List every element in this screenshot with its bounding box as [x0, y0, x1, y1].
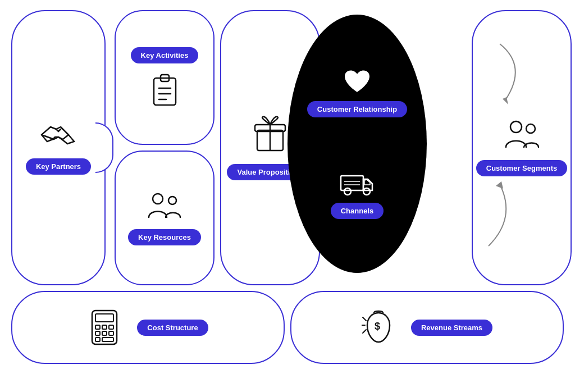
customers-icon: [504, 119, 540, 150]
cost-structure-block: Cost Structure: [11, 291, 285, 364]
svg-line-30: [363, 317, 366, 321]
svg-rect-23: [109, 325, 113, 329]
key-activities-block: Key Activities: [115, 10, 215, 145]
truck-icon: [339, 169, 375, 196]
customer-relationship-label: Customer Relationship: [307, 101, 407, 117]
customer-relationship-group: Customer Relationship: [307, 69, 407, 117]
revenue-streams-block: $ Revenue Streams: [290, 291, 564, 364]
circle-overlay: Customer Relationship: [288, 15, 427, 273]
top-row: Key Partners Key Activities: [11, 10, 564, 285]
revenue-streams-label: Revenue Streams: [411, 320, 492, 336]
svg-point-14: [363, 188, 370, 195]
customer-segments-label: Customer Segments: [476, 160, 567, 176]
customer-segments-block: Customer Segments: [472, 10, 572, 285]
key-act-res-group: Key Activities: [115, 10, 215, 285]
money-bag-icon: $: [362, 308, 395, 347]
svg-point-10: [510, 121, 522, 133]
handshake-icon: [40, 121, 77, 148]
bottom-row: Cost Structure $ Revenue Streams: [11, 291, 564, 364]
svg-point-6: [168, 197, 176, 204]
key-activities-label: Key Activities: [131, 47, 199, 63]
svg-rect-21: [95, 325, 100, 329]
svg-rect-12: [341, 176, 363, 190]
svg-rect-28: [102, 338, 113, 341]
channels-group: Channels: [331, 169, 384, 219]
heart-icon: [343, 69, 372, 94]
gift-icon: [253, 116, 288, 154]
svg-point-13: [344, 188, 351, 195]
channels-label: Channels: [331, 203, 384, 219]
svg-rect-25: [102, 331, 107, 335]
svg-rect-22: [102, 325, 107, 329]
svg-point-5: [153, 194, 163, 204]
key-partners-label: Key Partners: [26, 158, 91, 175]
key-resources-label: Key Resources: [128, 229, 201, 245]
svg-rect-20: [95, 314, 113, 322]
svg-rect-24: [95, 331, 100, 335]
svg-rect-26: [109, 331, 113, 335]
key-partners-block: Key Partners: [11, 10, 106, 285]
people-icon: [147, 190, 183, 221]
svg-rect-27: [95, 338, 100, 341]
svg-point-11: [526, 124, 535, 133]
key-resources-block: Key Resources: [115, 151, 215, 285]
svg-text:$: $: [375, 321, 380, 332]
cost-structure-label: Cost Structure: [137, 320, 208, 336]
svg-line-32: [363, 330, 366, 333]
canvas: Key Partners Key Activities: [0, 0, 575, 392]
calculator-icon: [88, 308, 121, 347]
clipboard-icon: [149, 71, 180, 108]
